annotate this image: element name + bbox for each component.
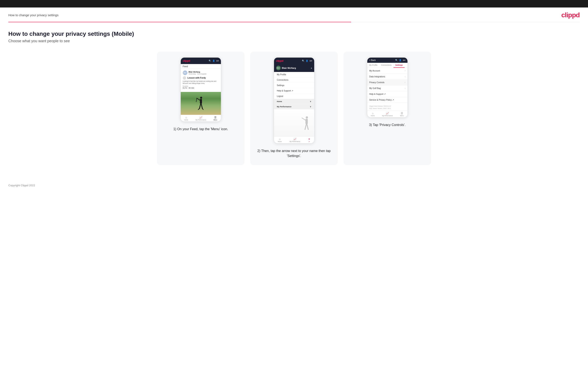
user-icon-3: 👤 (399, 59, 401, 61)
settings-tabs: My Profile Connections Settings (367, 63, 407, 68)
settings-icon-2: ⊕▾ (309, 60, 312, 62)
settings-version: Clippd Client Version: 2022.8.3-3 GQL Se… (367, 103, 407, 111)
nav-home-3: ⌂ Home (371, 112, 375, 117)
main-content: How to change your privacy settings (Mob… (0, 22, 588, 178)
menu-section-home: Home ∨ (274, 99, 314, 104)
feed-lesson-title: Lesson with Fordy (183, 76, 219, 80)
settings-item-service-privacy[interactable]: Service & Privacy Policy ↗ (367, 97, 407, 103)
copyright: Copyright Clippd 2022 (8, 184, 35, 187)
menu-item-my-profile: My Profile (274, 72, 314, 77)
settings-item-privacy-controls[interactable]: Privacy Controls › (367, 80, 407, 85)
back-button: < Back (369, 59, 376, 61)
search-icon: 🔍 (209, 60, 211, 62)
feed-user-info: Blair McHarg Yesterday · Sunningdale (189, 71, 207, 75)
svg-rect-1 (200, 99, 202, 104)
phone-1-icons: 🔍 👤 ⊕▾ (209, 60, 219, 62)
phone-2-bottom-nav: ⌂ Home 📈 My Performance ✕ ✕ (274, 136, 314, 143)
feed-user: BM Blair McHarg Yesterday · Sunningdale (183, 70, 219, 75)
close-icon: ✕ (308, 138, 310, 141)
settings-item-data-integrations[interactable]: Data Integrations › (367, 74, 407, 80)
footer: Copyright Clippd 2022 (0, 178, 588, 193)
feed-lesson-desc: Looking to feel like my hands are exitin… (183, 80, 219, 84)
phone-2-icons: 🔍 👤 ⊕▾ (302, 60, 312, 62)
step-3-card: < Back 🔍 👤 ⊕▾ My Profile Connections Set… (344, 51, 431, 165)
nav-performance: 📈 My Performance (196, 116, 206, 121)
header-title: How to change your privacy settings (8, 13, 59, 17)
performance-icon-3: 📈 (386, 112, 389, 115)
svg-line-7 (202, 108, 203, 109)
phone-2-logo: clippd (276, 59, 283, 62)
chevron-right-4: › (405, 87, 405, 89)
svg-line-2 (197, 98, 200, 100)
search-icon-3: 🔍 (395, 59, 398, 61)
menu-user-left: BM Blair McHarg (276, 66, 296, 70)
svg-point-8 (306, 116, 308, 118)
step-2-phone: clippd 🔍 👤 ⊕▾ BM Blair McHarg (274, 57, 314, 143)
page-subheading: Choose what you want people to see (8, 39, 580, 43)
phone-1-header: clippd 🔍 👤 ⊕▾ (181, 58, 221, 64)
bg-golfer (301, 116, 312, 136)
home-icon: ⌂ (186, 116, 187, 119)
chevron-right-3: › (405, 81, 405, 83)
nav-close: ✕ ✕ (308, 138, 310, 142)
step-1-card: clippd 🔍 👤 ⊕▾ Feed BM Blai (157, 51, 244, 165)
golfer-silhouette (196, 96, 206, 115)
feed-avatar: BM (183, 70, 187, 75)
feed-tab: Feed (181, 64, 221, 69)
menu-user-avatar: BM (276, 66, 281, 70)
menu-user-name: Blair McHarg (282, 67, 296, 69)
feed-content: BM Blair McHarg Yesterday · Sunningdale … (181, 69, 221, 92)
tab-connections[interactable]: Connections (379, 63, 394, 68)
header: How to change your privacy settings clip… (0, 8, 588, 22)
menu-chevron-up: ∧ (311, 67, 312, 69)
logo: clippd (561, 11, 580, 19)
duration-value: 01 hr : 30 min (183, 87, 219, 89)
menu-item-settings: Settings (274, 83, 314, 88)
menu-overlay: BM Blair McHarg ∧ My Profile Connections… (274, 64, 314, 136)
nav-home-2: ⌂ Home (278, 138, 282, 142)
svg-line-10 (302, 118, 305, 120)
svg-line-12 (307, 124, 308, 130)
menu-item-connections: Connections (274, 77, 314, 83)
home-icon-3: ⌂ (372, 112, 373, 115)
svg-line-5 (201, 104, 202, 108)
phone-3-bottom-nav: ⌂ Home 📈 My Performance ☰ Menu (367, 111, 407, 117)
user-icon-2: 👤 (306, 60, 308, 62)
svg-line-4 (199, 104, 201, 108)
menu-icon: ☰ (214, 116, 216, 119)
step-1-caption: 1) On your Feed, tap the 'Menu' icon. (173, 127, 228, 132)
step-2-card: clippd 🔍 👤 ⊕▾ BM Blair McHarg (250, 51, 338, 165)
svg-line-3 (196, 98, 197, 102)
step-3-phone: < Back 🔍 👤 ⊕▾ My Profile Connections Set… (367, 57, 408, 117)
phone-1-logo: clippd (183, 59, 190, 62)
svg-rect-9 (305, 119, 308, 124)
phone-2-header: clippd 🔍 👤 ⊕▾ (274, 58, 314, 64)
menu-user-row: BM Blair McHarg ∧ (274, 64, 314, 72)
settings-icon: ⊕▾ (216, 60, 219, 62)
nav-menu: ☰ Menu (213, 116, 217, 121)
settings-item-help-support[interactable]: Help & Support ↗ (367, 91, 407, 97)
steps-container: clippd 🔍 👤 ⊕▾ Feed BM Blai (8, 51, 580, 165)
search-icon-2: 🔍 (302, 60, 304, 62)
phone-1-bottom-nav: ⌂ Home 📈 My Performance ☰ Menu (181, 115, 221, 121)
phone-3-icons: 🔍 👤 ⊕▾ (395, 59, 405, 61)
settings-item-my-golf-bag[interactable]: My Golf Bag › (367, 85, 407, 91)
settings-list: My Account › Data Integrations › Privacy… (367, 68, 407, 111)
menu-icon-3: ☰ (401, 112, 403, 115)
tab-settings[interactable]: Settings (394, 63, 405, 68)
step-3-caption: 3) Tap 'Privacy Controls'. (369, 123, 406, 127)
nav-performance-2: 📈 My Performance (290, 138, 300, 142)
tab-my-profile[interactable]: My Profile (367, 63, 379, 68)
nav-menu-3: ☰ Menu (400, 112, 404, 117)
settings-item-my-account[interactable]: My Account › (367, 68, 407, 74)
home-icon-2: ⌂ (279, 138, 280, 141)
step-1-phone: clippd 🔍 👤 ⊕▾ Feed BM Blai (181, 57, 221, 122)
svg-point-0 (200, 97, 202, 99)
menu-item-help: Help & Support ↗ (274, 88, 314, 93)
page-heading: How to change your privacy settings (Mob… (8, 31, 580, 37)
svg-line-11 (305, 124, 306, 130)
nav-performance-3: 📈 My Performance (382, 112, 393, 117)
nav-home: ⌂ Home (184, 116, 188, 121)
lesson-icon (183, 76, 186, 80)
performance-icon-2: 📈 (293, 138, 296, 141)
